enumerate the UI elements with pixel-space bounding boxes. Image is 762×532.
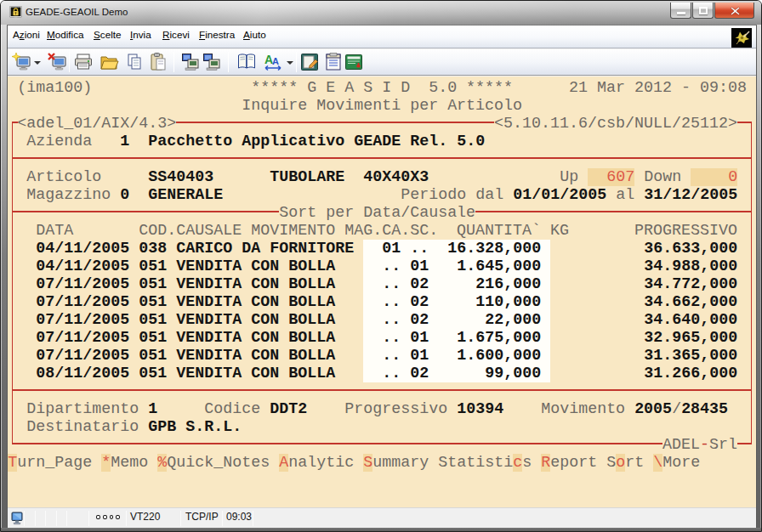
svg-text:A: A — [272, 56, 279, 66]
